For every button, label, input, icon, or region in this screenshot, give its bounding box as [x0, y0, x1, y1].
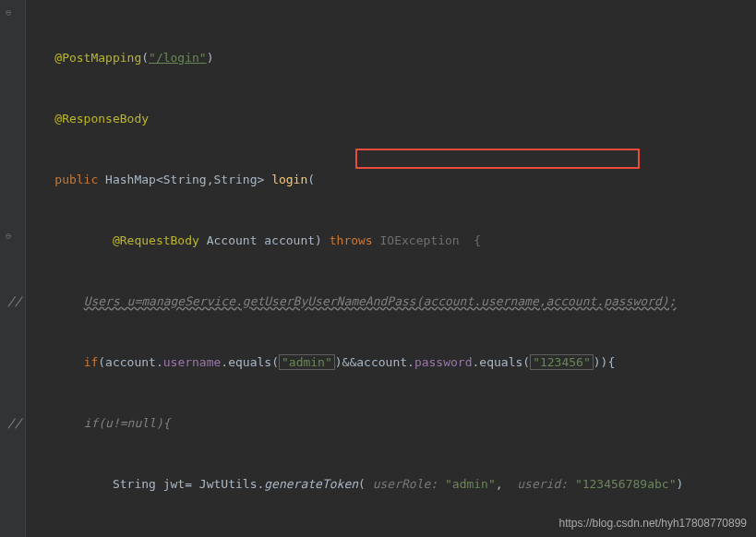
comment-marker: // [7, 413, 22, 434]
editor-gutter: ⊖ ⊖ [0, 0, 26, 537]
code-line[interactable]: if(account.username.equals("admin")&&acc… [26, 352, 756, 373]
comment-marker: // [7, 292, 22, 312]
code-line[interactable]: public HashMap<String,String> login( [26, 170, 756, 190]
code-line[interactable]: // if(u!=null){ [26, 413, 756, 434]
gutter-icon: ⊖ [6, 7, 11, 18]
code-line[interactable]: @PostMapping("/login") [26, 48, 756, 68]
code-line[interactable]: String jwt= JwtUtils.generateToken( user… [26, 474, 756, 495]
gutter-icon: ⊖ [6, 231, 11, 241]
code-line[interactable]: @ResponseBody [26, 109, 756, 129]
code-line[interactable]: @RequestBody Account account) throws IOE… [26, 231, 756, 251]
code-editor[interactable]: @PostMapping("/login") @ResponseBody pub… [26, 7, 756, 537]
watermark-text: https://blog.csdn.net/hyh17808770899 [559, 517, 748, 530]
code-line[interactable]: // Users u=manageService.getUserByUserNa… [26, 292, 756, 312]
